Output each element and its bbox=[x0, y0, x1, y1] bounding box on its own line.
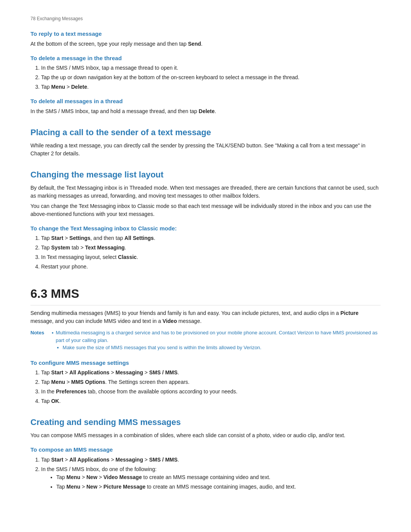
notes-dot: • bbox=[52, 329, 54, 353]
notes-label: Notes bbox=[30, 329, 49, 353]
list-item: In the Preferences tab, choose from the … bbox=[41, 388, 381, 396]
delete-message-heading: To delete a message in the thread bbox=[30, 54, 381, 63]
creating-sending-body: You can compose MMS messages in a combin… bbox=[30, 431, 381, 439]
notes-content: Multimedia messaging is a charged servic… bbox=[56, 329, 381, 353]
compose-mms-heading: To compose an MMS message bbox=[30, 446, 381, 454]
list-item: In the SMS / MMS Inbox, tap a message th… bbox=[41, 64, 381, 72]
classic-mode-steps: Tap Start > Settings, and then tap All S… bbox=[41, 234, 381, 271]
notes-block: Notes • Multimedia messaging is a charge… bbox=[30, 329, 381, 353]
notes-list: Make sure the size of MMS messages that … bbox=[63, 344, 381, 351]
placing-call-body: While reading a text message, you can di… bbox=[30, 142, 381, 158]
list-item: Tap Menu > MMS Options. The Settings scr… bbox=[41, 378, 381, 386]
compose-mms-steps: Tap Start > All Applications > Messaging… bbox=[41, 456, 381, 491]
list-item: Tap the up or down navigation key at the… bbox=[41, 73, 381, 81]
creating-sending-heading: Creating and sending MMS messages bbox=[30, 416, 381, 428]
changing-layout-para2: You can change the Text Messaging inbox … bbox=[30, 202, 381, 218]
list-item: In Text messaging layout, select Classic… bbox=[41, 253, 381, 261]
configure-mms-steps: Tap Start > All Applications > Messaging… bbox=[41, 369, 381, 405]
list-item: Tap Start > All Applications > Messaging… bbox=[41, 369, 381, 377]
list-item: Tap System tab > Text Messaging. bbox=[41, 244, 381, 252]
page-label: 78 Exchanging Messages bbox=[30, 15, 381, 22]
configure-mms-heading: To configure MMS message settings bbox=[30, 359, 381, 367]
note-item-2: Make sure the size of MMS messages that … bbox=[63, 344, 381, 351]
list-item: Tap Menu > Delete. bbox=[41, 83, 381, 91]
list-item: Tap Start > Settings, and then tap All S… bbox=[41, 234, 381, 242]
list-item: Tap OK. bbox=[41, 397, 381, 405]
delete-all-body: In the SMS / MMS Inbox, tap and hold a m… bbox=[30, 107, 381, 115]
classic-mode-heading: To change the Text Messaging inbox to Cl… bbox=[30, 224, 381, 233]
delete-message-steps: In the SMS / MMS Inbox, tap a message th… bbox=[41, 64, 381, 91]
changing-layout-para1: By default, the Text Messaging inbox is … bbox=[30, 184, 381, 200]
mms-intro: Sending multimedia messages (MMS) to you… bbox=[30, 309, 381, 325]
changing-layout-heading: Changing the message list layout bbox=[30, 168, 381, 181]
placing-call-heading: Placing a call to the sender of a text m… bbox=[30, 126, 381, 139]
mms-chapter-heading: 6.3 MMS bbox=[30, 284, 381, 305]
reply-to-text-heading: To reply to a text message bbox=[30, 30, 381, 38]
delete-all-heading: To delete all messages in a thread bbox=[30, 97, 381, 106]
reply-to-text-body: At the bottom of the screen, type your r… bbox=[30, 40, 381, 48]
list-item: Restart your phone. bbox=[41, 263, 381, 271]
note-item-1: Multimedia messaging is a charged servic… bbox=[56, 330, 378, 343]
list-item: Tap Menu > New > Picture Message to crea… bbox=[56, 483, 381, 491]
compose-bullets: Tap Menu > New > Video Message to create… bbox=[56, 473, 381, 491]
list-item: Tap Start > All Applications > Messaging… bbox=[41, 456, 381, 464]
list-item: Tap Menu > New > Video Message to create… bbox=[56, 473, 381, 481]
list-item: In the SMS / MMS Inbox, do one of the fo… bbox=[41, 465, 381, 491]
